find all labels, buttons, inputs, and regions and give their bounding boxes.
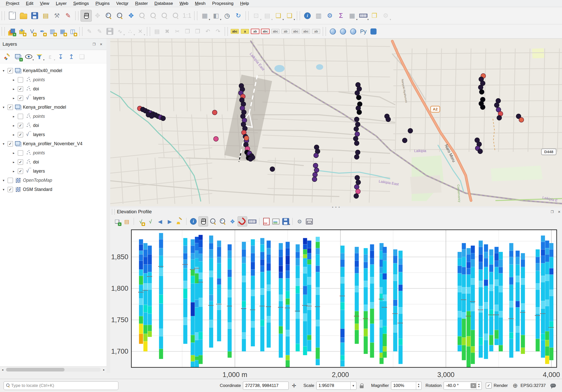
profile-panel-float-button[interactable]: ❐ (549, 209, 555, 215)
osm-place-search[interactable]: ⚙▾ (380, 10, 391, 21)
expander-icon[interactable]: ▸ (12, 133, 16, 137)
capture-curve-from-feature[interactable]: √ (146, 217, 155, 226)
label-properties[interactable]: abc (301, 26, 311, 37)
globe-crs-icon[interactable]: ⊕ (511, 382, 519, 389)
current-edits[interactable]: ✎ (85, 26, 94, 37)
expander-icon[interactable]: ▸ (12, 96, 16, 100)
profile-options[interactable]: ⚙ (295, 217, 304, 226)
layer-row-points[interactable]: ▸points (0, 148, 106, 157)
layer-row-layers[interactable]: ▸✓layers (0, 167, 106, 176)
vertex-tool[interactable]: ✕▾ (135, 26, 145, 37)
add-point-feature[interactable]: ∴▾ (125, 26, 135, 37)
open-project[interactable] (18, 10, 29, 21)
identify-features[interactable] (302, 10, 313, 21)
add-layers[interactable]: ❏+ (113, 217, 122, 226)
help-contents[interactable] (369, 26, 378, 37)
visibility-checkbox[interactable]: ✓ (18, 123, 23, 128)
rotate-label[interactable]: abc (291, 26, 301, 37)
toolbar-handle[interactable] (194, 11, 197, 20)
coordinate-input[interactable]: 272738, 9984117 (243, 382, 289, 390)
menu-raster[interactable]: Raster (132, 0, 151, 7)
visibility-checkbox[interactable]: ✓ (18, 159, 23, 165)
processing-toolbox[interactable]: ⚙ (324, 10, 335, 21)
measure-line[interactable]: ▾ (358, 10, 369, 21)
layer-row-doi[interactable]: ▸✓doi (0, 157, 106, 167)
toolbar-handle[interactable] (75, 11, 79, 20)
export-results[interactable]: ▾ (281, 217, 290, 226)
rotation-spinbox[interactable]: -40.0 ° ✕ ▲▼ (444, 382, 482, 390)
label-toolbar-extra[interactable]: ab (311, 26, 321, 37)
extents-toggle-icon[interactable]: ✛ (290, 382, 298, 389)
export-as-pdf[interactable] (262, 217, 271, 226)
pan-map[interactable] (81, 10, 92, 22)
panel-splitter-vertical[interactable] (106, 39, 110, 373)
new-print-layout[interactable]: ▤ (40, 10, 51, 21)
undo[interactable]: ↶ (203, 26, 213, 37)
qgis-cloud[interactable] (338, 26, 348, 37)
menu-project[interactable]: Project (3, 0, 23, 7)
menu-processing[interactable]: Processing (209, 0, 237, 7)
menu-edit[interactable]: Edit (23, 0, 37, 7)
new-gpx-layer[interactable]: ◫✱ (68, 26, 77, 37)
pan-profile[interactable] (198, 216, 208, 226)
zoom-in[interactable]: + (103, 10, 114, 21)
magnifier-spinbox[interactable]: 100%▲▼ (391, 382, 421, 390)
spin-arrows-icon[interactable]: ▲▼ (416, 382, 421, 389)
expand-all[interactable]: ↧ (56, 52, 66, 62)
zoom-x-axis[interactable]: ↔ (209, 217, 218, 226)
layer-row-doi[interactable]: ▸✓doi (0, 121, 106, 130)
new-geopackage-layer[interactable]: ✱ (17, 26, 27, 37)
filter-by-expression[interactable]: ε▾ (45, 52, 55, 62)
clear-rotation-icon[interactable]: ✕ (471, 383, 476, 388)
menu-vector[interactable]: Vector (113, 0, 132, 7)
layers-panel-close-button[interactable]: ✕ (98, 41, 104, 47)
toggle-editing[interactable]: ✎ (95, 26, 104, 37)
expander-icon[interactable]: ▸ (12, 115, 16, 118)
visibility-checkbox[interactable]: ✓ (8, 187, 13, 192)
visibility-checkbox[interactable]: ✓ (18, 86, 23, 92)
expander-icon[interactable]: ▸ (12, 87, 16, 91)
map-tips[interactable]: ❐ (369, 10, 380, 21)
lock-scale-icon[interactable] (358, 382, 366, 389)
visibility-checkbox[interactable] (18, 150, 23, 156)
drag-handle-icon[interactable] (112, 209, 115, 215)
pin-unpin-labels[interactable]: ab (250, 26, 260, 37)
profile-panel-close-button[interactable]: ✕ (556, 209, 562, 215)
digitize-with-segment[interactable]: ∿▾ (115, 26, 125, 37)
new-spatialite-layer[interactable]: ✒✱ (37, 26, 47, 37)
toolbar-handle[interactable] (225, 27, 228, 36)
menu-help[interactable]: Help (237, 0, 252, 7)
messages-icon[interactable] (549, 382, 557, 389)
expander-icon[interactable]: ▸ (12, 169, 16, 173)
visibility-checkbox[interactable]: ✓ (18, 169, 23, 174)
new-shapefile-layer[interactable]: V✱ (27, 26, 37, 37)
layer-row-layers[interactable]: ▸✓layers (0, 93, 106, 103)
snap-to-plot[interactable] (238, 216, 247, 226)
change-label[interactable]: ab (281, 26, 290, 37)
layer-row-doi[interactable]: ▸✓doi (0, 84, 106, 93)
expander-icon[interactable]: ▾ (2, 69, 6, 73)
clear-profile[interactable] (175, 217, 184, 226)
add-group[interactable]: + (13, 52, 23, 62)
expander-icon[interactable]: ▸ (12, 160, 16, 164)
visibility-checkbox[interactable] (8, 178, 13, 183)
layer-diagram-options[interactable]: a (240, 26, 250, 37)
toolbar-handle[interactable] (323, 27, 326, 36)
expander-icon[interactable]: ▸ (12, 78, 16, 82)
zoom-full[interactable]: ✥ (126, 10, 136, 21)
layers-panel-float-button[interactable]: ❐ (91, 41, 97, 47)
python-console[interactable]: Py (358, 26, 368, 37)
menu-database[interactable]: Database (151, 0, 176, 7)
visibility-checkbox[interactable]: ✓ (8, 68, 13, 73)
expander-icon[interactable]: ▸ (12, 124, 16, 127)
collapse-all[interactable]: ↥ (66, 52, 76, 62)
zoom-out[interactable]: − (115, 10, 125, 21)
measure-distances[interactable] (248, 217, 257, 226)
zoom-last[interactable] (159, 10, 170, 21)
layer-row-points[interactable]: ▸points (0, 112, 106, 121)
zoom-to-layer[interactable] (148, 10, 159, 21)
highlight-pinned-labels[interactable]: abc (260, 26, 270, 37)
zoom-native[interactable]: 1:1 (182, 10, 192, 21)
visibility-checkbox[interactable]: ✓ (18, 95, 23, 101)
statistical-summary[interactable]: ▥ (313, 10, 324, 21)
